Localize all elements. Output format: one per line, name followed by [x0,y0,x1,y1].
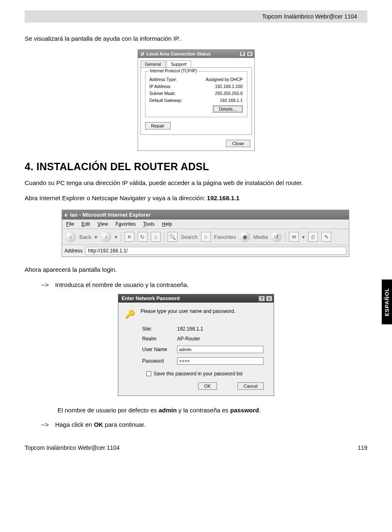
tab-general[interactable]: General [141,60,166,67]
home-icon[interactable]: ⌂ [151,232,161,242]
favorites-icon[interactable]: ☆ [201,232,211,242]
ie-menubar: File Edit View Favorites Tools Help [62,220,349,229]
mail-icon[interactable]: ✉ [289,232,299,242]
section-4-heading: 4. INSTALACIÓN DEL ROUTER ADSL [25,161,367,173]
back-label[interactable]: Back [79,234,91,240]
gateway-label: Default Gateway: [150,98,183,103]
auth-title: Enter Network Password [122,296,180,301]
ie-toolbar: ‹ Back▾ ›▾ ✕ ↻ ⌂ 🔍 Search ☆ Favorites ◉ … [62,229,349,245]
back-icon[interactable]: ‹ [65,231,76,242]
ie-window: e lan - Microsoft Internet Explorer File… [62,210,349,257]
address-value: http://192.168.1.1/ [88,248,128,254]
subnet-label: Subnet Mask: [150,91,176,96]
addr-type-value: Assigned by DHCP [206,77,243,82]
page-footer: Topcom Inalámbrico Webr@cer 1104 119 [25,444,367,451]
ip-label: IP Address: [150,84,172,89]
address-input[interactable]: http://192.168.1.1/ [85,247,346,255]
cancel-button[interactable]: Cancel [238,382,264,390]
tab-support[interactable]: Support [166,60,191,67]
menu-edit[interactable]: Edit [81,221,90,227]
toolbar-divider [285,232,286,242]
close-button[interactable]: × [247,51,253,57]
print-icon[interactable]: ⎙ [308,232,318,242]
ok-button[interactable]: OK [198,382,217,390]
password-input[interactable] [177,357,263,365]
auth-dialog: Enter Network Password ? × 🔑 Please type… [118,294,274,396]
step-enter-credentials: --> Introduzca el nombre de usuario y la… [41,281,367,288]
repair-button[interactable]: Repair [145,122,171,130]
help-button[interactable]: ? [258,296,265,301]
save-password-checkbox[interactable] [146,371,151,376]
step-click-ok: --> Haga click en OK para continuar. [41,421,367,428]
realm-value: AP-Router [175,334,283,344]
subnet-value: 255.255.255.0 [215,91,242,96]
product-name: Topcom Inalámbrico Webr@cer 1104 [262,13,357,20]
toolbar-divider [121,232,121,242]
password-label: Password [141,355,175,367]
site-value: 192.168.1.1 [175,324,283,334]
lan-status-titlebar[interactable]: ⇄ Local Area Connection Status ? × [138,50,254,58]
username-input[interactable] [177,346,263,353]
addr-type-label: Address Type: [150,77,177,82]
ie-title-text: lan - Microsoft Internet Explorer [70,212,150,218]
media-label[interactable]: Media [254,234,268,240]
language-tab: ESPAÑOL [382,280,392,324]
ip-value: 192.168.1.100 [215,84,242,89]
search-icon[interactable]: 🔍 [168,232,178,242]
tcpip-legend: Internet Protocol (TCP/IP) [149,69,198,73]
page-number: 119 [358,444,367,451]
forward-icon[interactable]: › [101,231,111,242]
edit-icon[interactable]: ✎ [321,232,331,242]
lan-status-dialog: ⇄ Local Area Connection Status ? × Gener… [138,49,255,151]
para-open-browser: Abra Internet Explorer o Netscape Naviga… [25,194,367,201]
save-password-label: Save this password in your password list [154,371,242,377]
close-dialog-button[interactable]: Close [226,140,250,147]
site-label: Site: [141,324,175,334]
default-credentials-note: El nombre de usuario por defecto es admi… [58,407,367,414]
menu-help[interactable]: Help [162,221,172,227]
auth-prompt: Please type your user name and password. [141,308,235,314]
key-icon: 🔑 [124,308,136,320]
username-label: User Name [141,344,175,355]
refresh-icon[interactable]: ↻ [138,232,148,242]
menu-file[interactable]: File [66,221,74,227]
media-icon[interactable]: ◉ [240,231,250,242]
page-header: Topcom Inalámbrico Webr@cer 1104 [25,10,367,23]
ie-titlebar[interactable]: e lan - Microsoft Internet Explorer [62,210,349,220]
stop-icon[interactable]: ✕ [125,232,134,242]
lan-status-title: Local Area Connection Status [147,51,211,56]
ie-address-bar: Address http://192.168.1.1/ [62,245,349,257]
auth-titlebar[interactable]: Enter Network Password ? × [118,294,274,303]
menu-tools[interactable]: Tools [143,221,154,227]
toolbar-divider [164,232,164,242]
details-button[interactable]: Details... [213,105,243,113]
gateway-value: 192.168.1.1 [220,98,242,103]
tcpip-fieldset: Internet Protocol (TCP/IP) Address Type:… [145,71,247,117]
history-icon[interactable]: ↺ [271,231,282,242]
search-label[interactable]: Search [181,234,198,240]
para-valid-ip: Cuando su PC tenga una dirección IP váli… [25,179,367,186]
close-button[interactable]: × [266,296,272,301]
ie-icon: e [65,212,67,218]
network-icon: ⇄ [141,51,144,57]
address-label: Address [65,248,83,254]
menu-favorites[interactable]: Favorites [115,221,136,227]
footer-product: Topcom Inalámbrico Webr@cer 1104 [25,444,120,451]
realm-label: Realm [141,334,175,344]
help-button[interactable]: ? [239,51,246,57]
intro-text: Se visualizará la pantalla de ayuda con … [25,35,367,42]
favorites-label[interactable]: Favorites [214,234,236,240]
para-login-screen: Ahora aparecerá la pantalla login. [25,266,367,273]
menu-view[interactable]: View [97,221,108,227]
